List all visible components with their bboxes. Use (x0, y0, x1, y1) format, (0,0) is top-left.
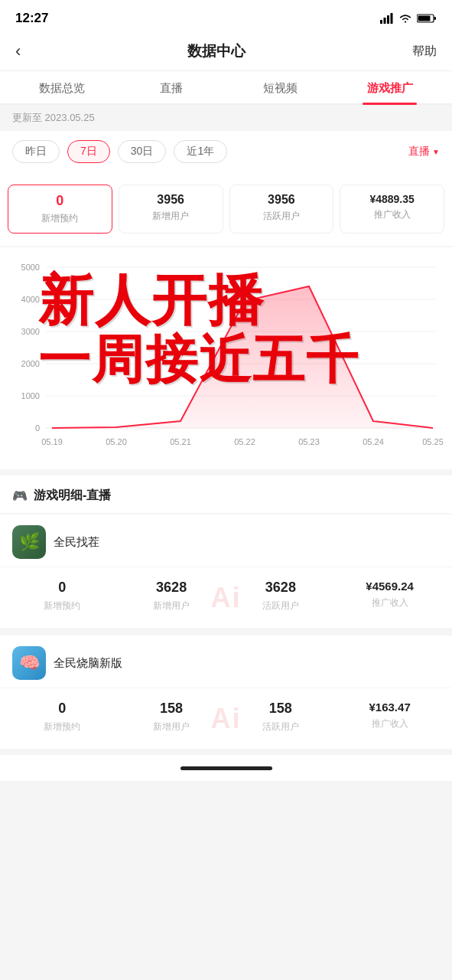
update-text: 更新至 2023.05.25 (12, 112, 95, 123)
game-stat-val-2-0: 0 (8, 701, 117, 717)
filter-yesterday[interactable]: 昨日 (12, 140, 60, 163)
page-title: 数据中心 (187, 41, 246, 61)
game-stat-reservations-2: 0 新增预约 (8, 701, 117, 733)
line-chart: 5000 4000 3000 2000 1000 0 05.19 05.20 0… (8, 260, 444, 459)
wifi-icon (398, 13, 412, 24)
update-info: 更新至 2023.05.25 (0, 105, 452, 131)
tab-game-promo[interactable]: 游戏推广 (335, 71, 444, 103)
svg-text:1000: 1000 (21, 391, 40, 400)
live-type-selector[interactable]: 直播 ▼ (408, 145, 440, 158)
svg-text:05.20: 05.20 (106, 437, 127, 446)
game-stat-val-2-2: 158 (226, 701, 336, 717)
stat-label-reservations: 新增预约 (11, 212, 109, 225)
section-divider (0, 628, 452, 634)
game-name-2: 全民烧脑新版 (54, 656, 122, 671)
stats-row: 0 新增预约 3956 新增用户 3956 活跃用户 ¥4889.35 推广收入 (0, 172, 452, 246)
filter-1year[interactable]: 近1年 (174, 140, 227, 163)
game-stat-lbl-1-2: 活跃用户 (226, 599, 336, 612)
help-button[interactable]: 帮助 (412, 44, 437, 60)
tab-data-overview[interactable]: 数据总览 (8, 71, 117, 103)
status-time: 12:27 (15, 11, 48, 26)
game-header-2: 🧠 全民烧脑新版 (0, 635, 452, 688)
stat-label-new-users: 新增用户 (122, 210, 219, 223)
stat-card-new-reservations: 0 新增预约 (8, 185, 112, 234)
time-filter-bar: 昨日 7日 30日 近1年 直播 ▼ (0, 131, 452, 172)
game-stat-lbl-1-1: 新增用户 (117, 599, 226, 612)
game-stat-val-2-1: 158 (117, 701, 226, 717)
filter-7days[interactable]: 7日 (67, 140, 110, 163)
game-stat-val-1-2: 3628 (226, 580, 336, 596)
svg-rect-0 (380, 20, 382, 24)
game-stat-lbl-1-0: 新增预约 (8, 599, 117, 612)
svg-text:05.21: 05.21 (170, 437, 191, 446)
svg-text:05.22: 05.22 (234, 437, 255, 446)
svg-rect-6 (418, 16, 431, 21)
game-stat-reservations-1: 0 新增预约 (8, 580, 117, 612)
stat-label-active-users: 活跃用户 (233, 210, 330, 223)
game-stat-revenue-2: ¥163.47 推广收入 (335, 701, 444, 733)
home-indicator (180, 766, 272, 770)
game-stat-active-users-2: 158 活跃用户 (226, 701, 336, 733)
game-stat-active-users-1: 3628 活跃用户 (226, 580, 336, 612)
svg-rect-2 (387, 15, 389, 24)
game-stat-revenue-1: ¥4569.24 推广收入 (335, 580, 444, 612)
game-name-1: 全民找茬 (54, 535, 99, 550)
game-stats-1: Ai 0 新增预约 3628 新增用户 3628 活跃用户 ¥4569.24 推… (0, 567, 452, 628)
svg-text:05.19: 05.19 (41, 437, 63, 446)
stat-value-reservations: 0 (11, 193, 109, 209)
game-stat-val-1-0: 0 (8, 580, 117, 596)
chart-container: 新人开播 一周接近五千 5000 4000 3000 2000 1000 0 0… (0, 247, 452, 469)
game-stat-lbl-2-1: 新增用户 (117, 720, 226, 733)
back-button[interactable]: ‹ (15, 41, 21, 61)
svg-text:2000: 2000 (21, 359, 40, 368)
filter-30days[interactable]: 30日 (118, 140, 167, 163)
game-stat-val-2-3: ¥163.47 (335, 701, 444, 714)
battery-icon (417, 13, 437, 24)
game-stat-new-users-1: 3628 新增用户 (117, 580, 226, 612)
status-bar: 12:27 (0, 0, 452, 34)
svg-text:05.23: 05.23 (298, 437, 320, 446)
stat-card-revenue: ¥4889.35 推广收入 (340, 185, 444, 234)
game-stat-val-1-3: ¥4569.24 (335, 580, 444, 593)
svg-rect-5 (434, 17, 437, 20)
game-thumb-1: 🌿 (12, 525, 46, 559)
gamepad-icon: 🎮 (12, 488, 28, 503)
game-item-1: 🌿 全民找茬 Ai 0 新增预约 3628 新增用户 3628 活跃用户 ¥45… (0, 514, 452, 628)
game-header-1: 🌿 全民找茬 (0, 514, 452, 567)
svg-rect-1 (384, 18, 386, 24)
svg-text:05.25: 05.25 (422, 437, 444, 446)
tab-live[interactable]: 直播 (117, 71, 226, 103)
game-thumb-2: 🧠 (12, 646, 46, 680)
svg-text:05.24: 05.24 (363, 437, 384, 446)
tab-short-video[interactable]: 短视频 (226, 71, 336, 103)
game-stat-lbl-1-3: 推广收入 (335, 596, 444, 609)
chevron-down-icon: ▼ (432, 148, 440, 156)
live-label: 直播 (408, 145, 430, 158)
game-stat-lbl-2-3: 推广收入 (335, 717, 444, 730)
game-stats-2: Ai 0 新增预约 158 新增用户 158 活跃用户 ¥163.47 推广收入 (0, 688, 452, 749)
game-item-2: 🧠 全民烧脑新版 Ai 0 新增预约 158 新增用户 158 活跃用户 ¥16… (0, 635, 452, 749)
svg-text:4000: 4000 (21, 295, 40, 304)
svg-text:5000: 5000 (21, 263, 40, 272)
stat-label-revenue: 推广收入 (343, 208, 441, 221)
signal-icon (380, 13, 394, 24)
svg-text:0: 0 (35, 423, 40, 433)
svg-text:3000: 3000 (21, 327, 40, 336)
svg-rect-3 (391, 13, 393, 24)
header: ‹ 数据中心 帮助 (0, 34, 452, 71)
game-stat-new-users-2: 158 新增用户 (117, 701, 226, 733)
game-section-title: 🎮 游戏明细-直播 (0, 475, 452, 513)
stat-card-active-users: 3956 活跃用户 (229, 185, 334, 234)
game-stat-val-1-1: 3628 (117, 580, 226, 596)
stat-card-new-users: 3956 新增用户 (119, 185, 223, 234)
section-label: 游戏明细-直播 (34, 488, 111, 504)
game-stat-lbl-2-0: 新增预约 (8, 720, 117, 733)
stat-value-new-users: 3956 (122, 193, 219, 207)
game-stat-lbl-2-2: 活跃用户 (226, 720, 336, 733)
stat-value-active-users: 3956 (233, 193, 330, 207)
tab-bar: 数据总览 直播 短视频 游戏推广 (0, 71, 452, 105)
bottom-bar (0, 755, 452, 781)
stat-value-revenue: ¥4889.35 (343, 193, 441, 205)
chart-fill (52, 286, 433, 428)
status-icons (380, 13, 437, 24)
